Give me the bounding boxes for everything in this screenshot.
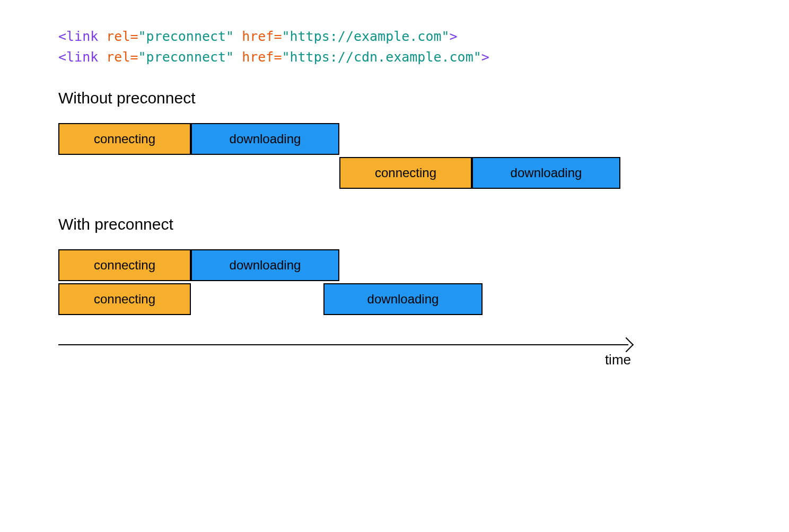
connecting-bar: connecting: [339, 157, 472, 189]
connecting-bar: connecting: [58, 283, 191, 315]
heading-without-preconnect: Without preconnect: [58, 89, 731, 107]
timeline-row: connectingdownloading: [58, 283, 620, 315]
attr-val-href: "https://cdn.example.com": [282, 49, 481, 65]
downloading-bar: downloading: [323, 283, 483, 315]
connecting-bar: connecting: [58, 123, 191, 155]
arrow-right-icon: [619, 339, 629, 350]
tag-open: <link: [58, 29, 98, 44]
tag-close: >: [481, 49, 489, 65]
code-line-1: <link rel="preconnect" href="https://exa…: [58, 27, 731, 47]
timeline-row: connectingdownloading: [58, 157, 620, 189]
tag-close: >: [450, 29, 458, 44]
timeline-with: connectingdownloadingconnectingdownloadi…: [58, 249, 620, 315]
attr-name-rel: rel=: [98, 29, 138, 44]
timeline-without: connectingdownloadingconnectingdownloadi…: [58, 123, 620, 189]
code-snippet: <link rel="preconnect" href="https://exa…: [58, 27, 731, 68]
timeline-row: connectingdownloading: [58, 249, 620, 281]
time-axis: time: [58, 344, 631, 345]
attr-val-rel: "preconnect": [138, 49, 234, 65]
downloading-bar: downloading: [191, 249, 339, 281]
axis-label: time: [605, 352, 631, 368]
heading-with-preconnect: With preconnect: [58, 215, 731, 233]
attr-val-rel: "preconnect": [138, 29, 234, 44]
downloading-bar: downloading: [191, 123, 339, 155]
axis-line: [58, 344, 628, 345]
downloading-bar: downloading: [472, 157, 620, 189]
connecting-bar: connecting: [58, 249, 191, 281]
attr-name-href: href=: [234, 49, 282, 65]
tag-open: <link: [58, 49, 98, 65]
attr-name-href: href=: [234, 29, 282, 44]
attr-name-rel: rel=: [98, 49, 138, 65]
code-line-2: <link rel="preconnect" href="https://cdn…: [58, 47, 731, 68]
timeline-row: connectingdownloading: [58, 123, 620, 155]
attr-val-href: "https://example.com": [282, 29, 449, 44]
